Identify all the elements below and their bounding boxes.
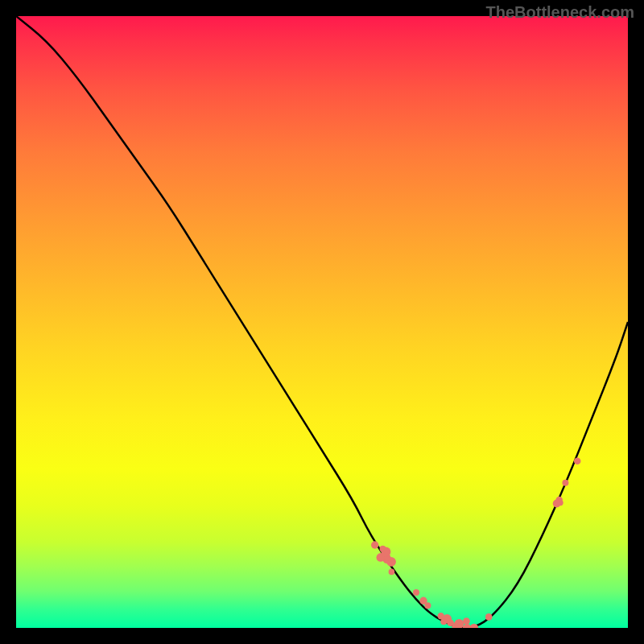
data-point	[371, 541, 378, 548]
data-point	[454, 619, 464, 628]
data-point	[463, 617, 470, 625]
data-point-markers	[371, 458, 581, 629]
data-point	[485, 613, 493, 621]
data-point	[574, 458, 581, 465]
watermark-text: TheBottleneck.com	[486, 3, 634, 22]
data-point	[380, 546, 386, 552]
data-point	[470, 624, 479, 628]
data-point	[553, 500, 561, 508]
chart-plot-area	[16, 16, 628, 628]
data-point	[562, 480, 568, 486]
data-point	[389, 569, 395, 576]
data-point	[447, 620, 454, 627]
bottleneck-curve-path	[16, 16, 628, 628]
data-point	[413, 589, 419, 596]
data-point	[440, 618, 447, 625]
chart-svg	[16, 16, 628, 628]
data-point	[424, 602, 431, 609]
